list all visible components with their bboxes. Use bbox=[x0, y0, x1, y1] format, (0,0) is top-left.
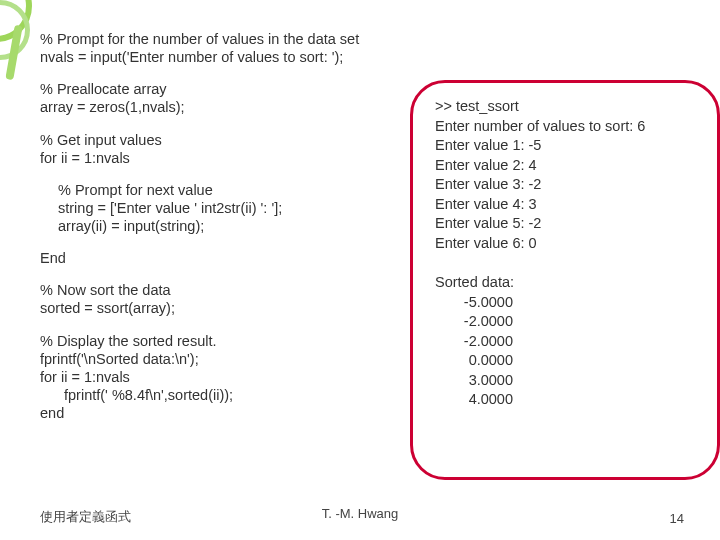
code-line: % Get input values bbox=[40, 132, 162, 148]
code-line: % Display the sorted result. bbox=[40, 333, 217, 349]
code-listing: % Prompt for the number of values in the… bbox=[40, 30, 420, 436]
output-sorted-value: -2.0000 bbox=[435, 312, 699, 332]
page-number: 14 bbox=[670, 511, 684, 526]
output-sorted-value: -5.0000 bbox=[435, 293, 699, 313]
output-sorted-header: Sorted data: bbox=[435, 273, 699, 293]
slide-footer: 使用者定義函式 T. -M. Hwang 14 bbox=[0, 506, 720, 526]
code-line: % Now sort the data bbox=[40, 282, 171, 298]
code-line: end bbox=[40, 405, 64, 421]
output-line: Enter number of values to sort: 6 bbox=[435, 117, 699, 137]
output-sorted-value: -2.0000 bbox=[435, 332, 699, 352]
output-sorted-value: 4.0000 bbox=[435, 390, 699, 410]
output-line: Enter value 1: -5 bbox=[435, 136, 699, 156]
code-line: % Prompt for the number of values in the… bbox=[40, 31, 359, 47]
output-line: Enter value 3: -2 bbox=[435, 175, 699, 195]
code-line: nvals = input('Enter number of values to… bbox=[40, 49, 343, 65]
code-line: array(ii) = input(string); bbox=[58, 218, 204, 234]
code-line: End bbox=[40, 250, 66, 266]
code-line: % Prompt for next value bbox=[58, 182, 213, 198]
output-box: >> test_ssort Enter number of values to … bbox=[410, 80, 720, 480]
output-sorted-value: 3.0000 bbox=[435, 371, 699, 391]
output-line: Enter value 6: 0 bbox=[435, 234, 699, 254]
output-line: Enter value 5: -2 bbox=[435, 214, 699, 234]
slide-body: % Prompt for the number of values in the… bbox=[40, 30, 690, 500]
output-line: >> test_ssort bbox=[435, 97, 699, 117]
code-line: for ii = 1:nvals bbox=[40, 369, 130, 385]
code-line: string = ['Enter value ' int2str(ii) ': … bbox=[58, 200, 282, 216]
code-line: fprintf('\nSorted data:\n'); bbox=[40, 351, 199, 367]
code-line: array = zeros(1,nvals); bbox=[40, 99, 185, 115]
footer-author: T. -M. Hwang bbox=[0, 506, 720, 521]
output-line: Enter value 4: 3 bbox=[435, 195, 699, 215]
code-line: fprintf(' %8.4f\n',sorted(ii)); bbox=[40, 387, 233, 403]
output-line: Enter value 2: 4 bbox=[435, 156, 699, 176]
output-sorted-value: 0.0000 bbox=[435, 351, 699, 371]
code-line: % Preallocate array bbox=[40, 81, 167, 97]
code-line: sorted = ssort(array); bbox=[40, 300, 175, 316]
code-line: for ii = 1:nvals bbox=[40, 150, 130, 166]
